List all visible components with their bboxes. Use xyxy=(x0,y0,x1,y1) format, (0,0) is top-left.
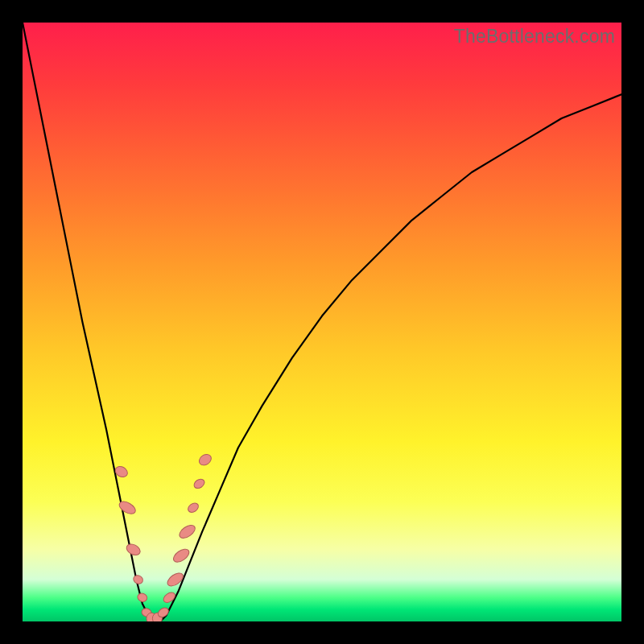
data-marker xyxy=(136,592,148,603)
data-marker xyxy=(171,547,192,564)
chart-frame: TheBottleneck.com xyxy=(0,0,644,644)
data-marker xyxy=(192,477,206,490)
data-marker xyxy=(132,574,144,585)
data-marker xyxy=(162,591,177,605)
data-marker xyxy=(165,571,185,588)
curve-overlay xyxy=(23,23,621,621)
data-marker xyxy=(186,502,200,514)
bottleneck-curve xyxy=(23,23,621,621)
data-marker xyxy=(125,542,142,557)
data-marker xyxy=(197,452,213,468)
plot-area: TheBottleneck.com xyxy=(23,23,621,621)
data-marker xyxy=(177,522,197,540)
